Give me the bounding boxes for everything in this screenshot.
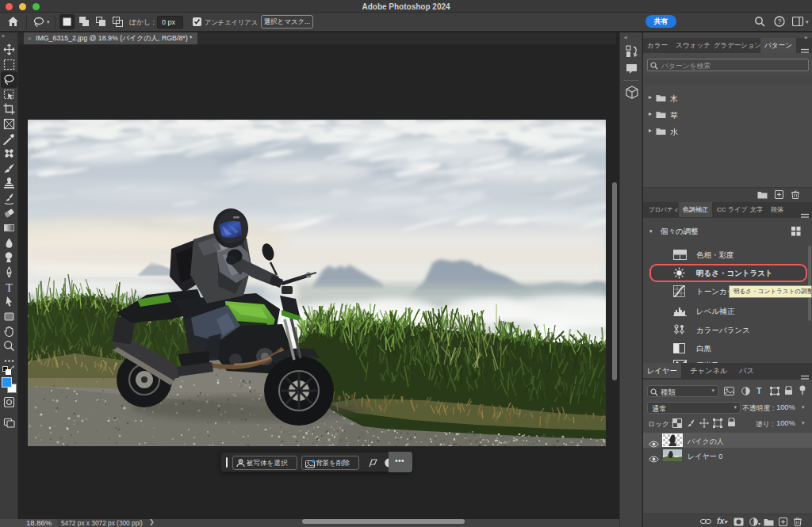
- svg-text:T: T: [6, 282, 13, 293]
- svg-text:?: ?: [778, 17, 782, 25]
